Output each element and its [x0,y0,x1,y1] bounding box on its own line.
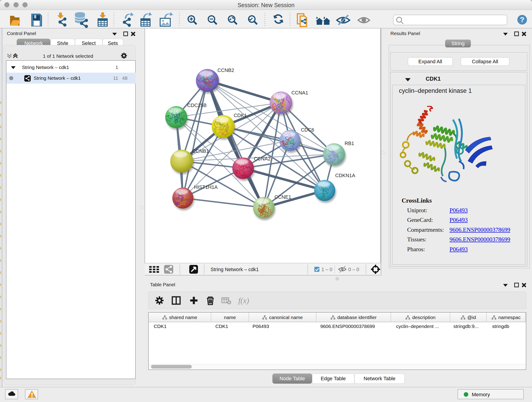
svg-text:CDC25B: CDC25B [187,103,207,108]
svg-text:CCNA2: CCNA2 [254,156,271,162]
svg-text:String Network – cdk1: String Network – cdk1 [210,267,259,272]
svg-text:RB1: RB1 [345,141,354,146]
svg-text:CCNB1: CCNB1 [192,148,209,154]
svg-text:CDKN1A: CDKN1A [335,173,355,178]
svg-text:HIST1H1A: HIST1H1A [194,185,218,190]
svg-text:CCNB2: CCNB2 [217,68,234,73]
svg-text:?: ? [520,16,525,24]
svg-text:CDC6: CDC6 [301,127,314,133]
svg-text:1 – 0: 1 – 0 [322,267,332,272]
svg-text:0 – 0: 0 – 0 [348,267,359,272]
svg-text:f(x): f(x) [238,296,249,305]
svg-text:CCNA1: CCNA1 [291,90,308,96]
svg-text:CDK1: CDK1 [234,113,247,118]
svg-text:CCNE1: CCNE1 [274,194,291,200]
